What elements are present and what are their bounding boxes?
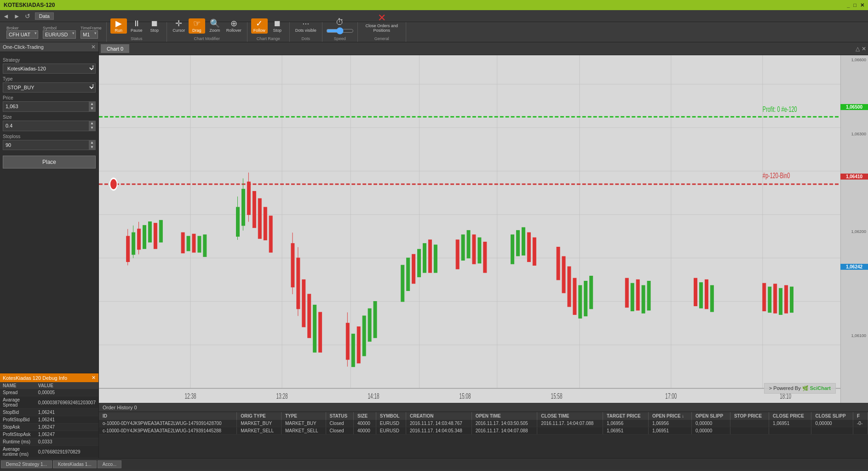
oh-col-header[interactable]: SIZE [354, 412, 376, 420]
dots-buttons: ··· Dots visible [293, 18, 318, 34]
debug-panel: KotesKiadas 120 Debug Info ✕ NAME VALUE … [0, 373, 98, 458]
speed-slider[interactable] [326, 28, 354, 34]
debug-row-value: 0,000038769692481203007 [35, 396, 98, 409]
chart-tab-expand-btn[interactable]: △ [856, 46, 860, 52]
oh-col-header[interactable]: STATUS [326, 412, 353, 420]
svg-rect-32 [203, 235, 207, 256]
debug-close[interactable]: ✕ [92, 375, 96, 381]
chart-tab-0[interactable]: Chart 0 [101, 44, 129, 53]
oh-col-header[interactable]: F [853, 412, 868, 420]
symbol-select[interactable]: EUR/USD [43, 30, 76, 39]
chart-area: Chart 0 △ ✕ [99, 42, 868, 458]
debug-row-value: 0,076680291970829 [35, 446, 98, 458]
oh-col-header[interactable]: TYPE [281, 412, 326, 420]
chart-tab-close-btn[interactable]: ✕ [862, 46, 866, 52]
debug-row-name: StopAsk [0, 424, 35, 431]
size-input[interactable] [3, 121, 89, 131]
dots-visible-button[interactable]: ··· Dots visible [293, 18, 318, 34]
speed-gauge-icon: ⏱ [336, 17, 344, 27]
oh-col-header[interactable]: CLOSE TIME [537, 412, 603, 420]
oh-col-header[interactable]: ID [99, 412, 237, 420]
type-select[interactable]: STOP_BUY [3, 82, 96, 93]
close-orders-icon: ✕ [378, 13, 386, 23]
dots-label: Dots visible [295, 28, 316, 33]
strategy-tab[interactable]: Acco... [98, 460, 122, 468]
refresh-icon[interactable]: ↺ [25, 12, 30, 20]
rollover-button[interactable]: ⊕ Rollover [224, 18, 243, 34]
strategy-select[interactable]: KotesKiadas-120 [3, 64, 96, 74]
size-up-btn[interactable]: ▲ [89, 121, 95, 126]
stop2-button[interactable]: ⏹ Stop [269, 18, 286, 34]
data-button[interactable]: Data [35, 12, 54, 20]
debug-tbody: Spread0,00005Avarage Spread0,00003876969… [0, 389, 98, 458]
zoom-button[interactable]: 🔍 Zoom [207, 18, 223, 34]
price-up-btn[interactable]: ▲ [89, 102, 95, 106]
broker-select-wrapper[interactable]: CFH UAT [6, 30, 38, 39]
pause-button[interactable]: ⏸ Pause [128, 18, 145, 34]
oh-col-header[interactable]: OPEN TIME [471, 412, 537, 420]
place-button[interactable]: Place [3, 156, 96, 169]
svg-rect-79 [573, 278, 576, 314]
svg-text:15:08: 15:08 [460, 392, 471, 400]
stoploss-up-btn[interactable]: ▲ [89, 140, 95, 145]
timeframe-select-wrapper[interactable]: M1 [80, 30, 98, 39]
oh-col-header[interactable]: OPEN PRICE ↓ [648, 412, 691, 420]
stoploss-input[interactable] [3, 140, 89, 150]
oh-cell [811, 427, 853, 435]
oh-col-header[interactable]: CLOSE PRICE [769, 412, 811, 420]
stop-button[interactable]: ⏹ Stop [146, 18, 163, 34]
debug-row-name: Spread [0, 389, 35, 396]
oh-col-header[interactable]: ORIG TYPE [237, 412, 282, 420]
oh-col-header[interactable]: SYMBOL [376, 412, 406, 420]
drag-button[interactable]: ☞ Drag [189, 18, 205, 34]
stoploss-input-wrapper: ▲ ▼ [3, 140, 96, 151]
main-layout: One-Click-Trading ✕ Strategy KotesKiadas… [0, 42, 868, 458]
oh-col-header[interactable]: OPEN SLIPP [692, 412, 730, 420]
svg-point-100 [110, 178, 117, 190]
timeframe-select[interactable]: M1 [80, 30, 98, 39]
strategy-tab[interactable]: KotesKiadas 1... [53, 460, 97, 468]
svg-rect-76 [557, 247, 560, 280]
follow-button[interactable]: ✓ Follow [251, 18, 268, 34]
run-button[interactable]: ▶ Run [110, 18, 127, 34]
price-input[interactable] [3, 102, 89, 111]
debug-row-value: 1,06247 [35, 431, 98, 438]
order-history-row: c-10000-0DY4JK9PWEA3A3TAE2LWUG-147939144… [99, 427, 868, 435]
back-icon[interactable]: ◄ [3, 12, 9, 20]
chart-modifier-buttons: ✛ Cursor ☞ Drag 🔍 Zoom ⊕ Rollover [171, 18, 243, 34]
broker-select[interactable]: CFH UAT [6, 30, 38, 39]
minimize-btn[interactable]: _ [847, 2, 850, 8]
oh-cell: 2016.11.17. 14:04:05.348 [406, 427, 471, 435]
price-top: 1,06600 [840, 58, 868, 62]
stoploss-down-btn[interactable]: ▼ [89, 145, 95, 150]
order-history-table-wrapper[interactable]: IDORIG TYPETYPESTATUSSIZESYMBOLCREATIONO… [99, 412, 868, 458]
oh-col-header[interactable]: CREATION [406, 412, 471, 420]
cursor-button[interactable]: ✛ Cursor [171, 18, 187, 34]
oh-cell: EURUSD [376, 427, 406, 435]
price-label-red: 1,06410 [840, 174, 868, 180]
symbol-select-wrapper[interactable]: EUR/USD [43, 30, 76, 39]
strategy-label: Strategy [3, 58, 96, 63]
close-orders-button[interactable]: ✕ Close Orders and Positions [362, 12, 402, 34]
svg-rect-75 [533, 238, 536, 265]
svg-rect-24 [143, 226, 146, 249]
strategy-select-wrapper[interactable]: KotesKiadas-120 [3, 64, 96, 74]
strategy-tab[interactable]: Demo2 Strategy 1... [1, 460, 52, 468]
type-select-wrapper[interactable]: STOP_BUY [3, 82, 96, 93]
maximize-btn[interactable]: □ [853, 2, 857, 8]
general-section: ✕ Close Orders and Positions General [358, 22, 406, 42]
svg-rect-74 [527, 233, 530, 262]
trading-form: Strategy KotesKiadas-120 Type STOP_BUY P… [0, 52, 98, 171]
price-label-current: 1,06242 [840, 264, 868, 270]
size-down-btn[interactable]: ▼ [89, 126, 95, 130]
close-btn[interactable]: ✕ [860, 2, 864, 8]
run-label: Run [115, 28, 122, 33]
price-down-btn[interactable]: ▼ [89, 106, 95, 111]
oh-col-header[interactable]: TARGET PRICE [603, 412, 649, 420]
order-history-table: IDORIG TYPETYPESTATUSSIZESYMBOLCREATIONO… [99, 412, 868, 435]
forward-icon[interactable]: ► [14, 12, 20, 20]
oh-col-header[interactable]: CLOSE SLIPP [811, 412, 853, 420]
zoom-label: Zoom [209, 28, 220, 33]
oh-col-header[interactable]: STOP PRICE [730, 412, 769, 420]
trading-panel-close[interactable]: ✕ [91, 44, 96, 50]
